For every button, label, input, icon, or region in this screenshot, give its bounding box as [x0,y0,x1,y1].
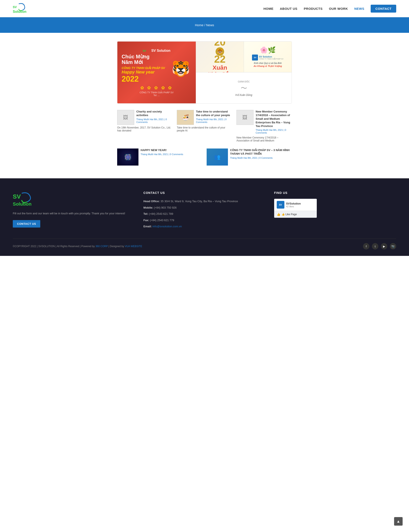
featured-year-panel: 20 🐯 22 Xuân Nhâm Dần [196,42,244,73]
news-card-2: 🍜 Take time to understand the culture of… [177,110,232,142]
main-nav: HOME ABOUT US PRODUCTS OUR WORK NEWS CON… [263,5,396,13]
footer-contact-button[interactable]: CONTACT US [13,220,40,228]
main-content: SV SV Solution Chúc Mừng Năm Mới CÔNG TY… [113,41,296,166]
news-title-4[interactable]: HAPPY NEW YEAR! [141,149,183,152]
nav-about[interactable]: ABOUT US [280,7,297,10]
footer-contact-heading: CONTACT US [143,191,265,195]
news-excerpt-3: New Member Ceremony 17/4/2018 – Associat… [236,136,292,142]
news-info-4: HAPPY NEW YEAR! Tháng Mười Hai 8th, 2021… [141,149,183,166]
footer-find-us-heading: FIND US [274,191,396,195]
news-date-3: Tháng Mười Hai 8th, 2021 [256,129,283,131]
news-thumb-1: 🖼 [117,110,134,125]
svg-text:SV: SV [143,49,146,52]
svg-text:SV: SV [13,193,21,200]
featured-chuc-mung: Chúc Mừng [122,54,165,59]
featured-year: 2022 [122,75,165,84]
nav-our-work[interactable]: OUR WORK [329,7,348,10]
featured-sv-logo-sub: CÔNG TY TNHH GIẢI PHÁP SV [259,58,283,60]
footer-copyright: ©COPYRIGHT 2022 | SVSOLUTION | All Right… [13,245,142,248]
nav-news[interactable]: NEWS [354,7,364,10]
nav-contact-button[interactable]: CONTACT [371,5,396,13]
news-title-5[interactable]: CÔNG TY TNHH GIẢI PHÁP SV – 3 NĂM HÌNH T… [230,149,292,156]
news-card-3: 🖼 New Member Ceremony 17/4/2018 – Associ… [236,110,292,142]
news-info-5: CÔNG TY TNHH GIẢI PHÁP SV – 3 NĂM HÌNH T… [230,149,292,166]
footer: SV Solution Fill out the form and our te… [0,178,409,256]
nav-home[interactable]: HOME [263,7,274,10]
featured-year-number: 20 [214,41,225,47]
news-thumb-4: 🎆 [117,149,139,166]
news-date-1: Tháng Mười Hai 8th, 2021 [136,118,164,121]
find-us-likes: 42 likes [286,205,301,208]
featured-director-title: GIÁM ĐỐC [235,80,252,83]
like-thumb-icon: 👍 [277,213,280,216]
news-date-2: Tháng Mười Hai 8th, 2021 [196,118,223,121]
breadcrumb-separator: / [204,23,206,27]
featured-flowers: ✿ ✿ ✿ ✿ ✿ [140,85,173,90]
footer-social: f t ▶ 📷 [363,243,396,250]
featured-greeting2: An Khang & Thịnh Vượng [253,65,282,67]
logo[interactable]: SV Solution [13,2,32,15]
footer-contact-section: CONTACT US Head Office: 35 30/4 St, Ward… [143,191,265,230]
breadcrumb-banner: Home / News [0,17,409,33]
footer-logo: SV Solution [13,191,135,208]
news-grid-row2: 🎆 HAPPY NEW YEAR! Tháng Mười Hai 8th, 20… [117,149,292,166]
svg-text:Solution: Solution [13,10,26,13]
nav-products[interactable]: PRODUCTS [304,7,323,10]
find-us-header: SV SVSolution 42 likes [274,199,317,211]
footer-email: Email: info@svsolution.com.vn [143,224,265,229]
news-meta-5: Tháng Mười Hai 8th, 2021 | 0 Comments [230,157,292,159]
news-meta-3: Tháng Mười Hai 8th, 2021 | 0 Comments [256,129,292,134]
like-page-bar[interactable]: 👍 👍 Like Page [274,211,317,218]
featured-happy-ny: Happy New year [122,70,165,75]
footer-logo-section: SV Solution Fill out the form and our te… [13,191,135,230]
featured-sub: CÔNG TY TNHH GIẢI PHÁP SVTel: ... [139,91,173,96]
footer-head-office: Head Office: 35 30/4 St, Ward 9, Vung Ta… [143,199,265,204]
news-comments-5[interactable]: 0 Comments [259,157,272,159]
like-page-text: 👍 Like Page [282,213,297,216]
footer-instagram-icon[interactable]: 📷 [390,243,396,250]
featured-xuan: Xuân [213,64,227,71]
news-meta-4: Tháng Mười Hai 8th, 2021 | 0 Comments [141,153,183,156]
news-excerpt-2: Take time to understand the culture of y… [177,126,232,132]
footer-facebook-icon[interactable]: f [363,243,369,250]
news-thumb-5: 👥 [207,149,228,166]
news-excerpt-1: On 19th November, 2017, SV Solution Co.,… [117,126,173,132]
featured-year-22: 22 [214,54,225,64]
footer-email-link[interactable]: info@svsolution.com.vn [152,225,182,228]
footer-vua-website-link[interactable]: VUA WEBSITE [125,245,142,248]
news-date-5: Tháng Mười Hai 8th, 2021 [230,157,257,159]
news-title-1[interactable]: Charity and society activities [136,110,173,117]
news-comments-4[interactable]: 0 Comments [170,153,183,156]
footer-tagline: Fill out the form and our team will be i… [13,211,135,216]
featured-nam-moi: Năm Mới [122,59,165,65]
news-thumb-2: 🍜 [177,110,194,125]
footer-bottom: ©COPYRIGHT 2022 | SVSOLUTION | All Right… [13,239,396,250]
placeholder-image-icon: 🖼 [123,114,128,120]
news-title-3[interactable]: New Member Ceremony 17/4/2018 – Associat… [256,110,292,128]
footer-360corp-link[interactable]: 360 CORP [95,245,108,248]
news-date-4: Tháng Mười Hai 8th, 2021 [141,153,168,156]
news-card-4: 🎆 HAPPY NEW YEAR! Tháng Mười Hai 8th, 20… [117,149,202,166]
news-title-2[interactable]: Take time to understand the culture of y… [196,110,232,117]
footer-fax: Fax: (+84) 2543 621 779 [143,218,265,223]
footer-youtube-icon[interactable]: ▶ [381,243,387,250]
footer-mobile: Mobile: (+84) 903 750 926 [143,205,265,210]
site-header: SV Solution HOME ABOUT US PRODUCTS OUR W… [0,0,409,17]
featured-right-panels: 20 🐯 22 Xuân Nhâm Dần 🌸🌿 SV [196,42,292,103]
find-us-page-name: SVSolution [286,202,301,205]
footer-twitter-icon[interactable]: t [372,243,378,250]
find-us-box: SV SVSolution 42 likes 👍 👍 Like Page [274,199,317,218]
news-info-1: Charity and society activities Tháng Mườ… [136,110,173,124]
breadcrumb: Home / News [0,23,409,27]
footer-grid: SV Solution Fill out the form and our te… [13,191,396,230]
breadcrumb-home-link[interactable]: Home [195,23,204,27]
footer-find-us-section: FIND US SV SVSolution 42 likes 👍 👍 Like … [274,191,396,230]
news-info-3: New Member Ceremony 17/4/2018 – Associat… [256,110,292,135]
breadcrumb-current: News [206,23,214,27]
svg-text:Solution: Solution [13,201,32,207]
news-card-5: 👥 CÔNG TY TNHH GIẢI PHÁP SV – 3 NĂM HÌNH… [207,149,292,166]
featured-left-banner[interactable]: SV SV Solution Chúc Mừng Năm Mới CÔNG TY… [117,42,196,103]
featured-sv-solution: SV Solution [151,49,170,53]
news-thumb-3: 🖼 [236,110,253,125]
placeholder-image-icon-3: 🖼 [242,114,248,120]
